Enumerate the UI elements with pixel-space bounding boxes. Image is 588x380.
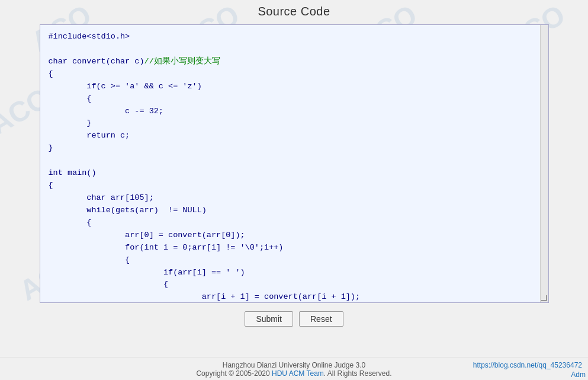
footer-hdu-link[interactable]: HDU ACM Team xyxy=(272,369,324,378)
source-code: #include<stdio.h> char convert(char c)//… xyxy=(49,31,532,302)
footer-copyright-after: . All Rights Reserved. xyxy=(324,369,392,378)
footer: Hangzhou Dianzi University Online Judge … xyxy=(0,357,588,380)
resize-icon xyxy=(541,295,547,301)
code-scroll-area[interactable]: #include<stdio.h> char convert(char c)//… xyxy=(40,25,540,302)
main-content: Source Code #include<stdio.h> char conve… xyxy=(0,0,588,344)
resize-handle[interactable] xyxy=(540,25,548,302)
submit-button[interactable]: Submit xyxy=(245,311,293,327)
footer-line2: Copyright © 2005-2020 HDU ACM Team. All … xyxy=(0,369,588,378)
code-container: #include<stdio.h> char convert(char c)//… xyxy=(40,24,549,303)
page-title: Source Code xyxy=(258,5,330,18)
button-row: Submit Reset xyxy=(245,311,343,327)
reset-button[interactable]: Reset xyxy=(299,311,343,327)
footer-adm[interactable]: Adm xyxy=(571,371,586,379)
footer-copyright-before: Copyright © 2005-2020 xyxy=(196,369,272,378)
footer-right-link[interactable]: https://blog.csdn.net/qq_45236472 xyxy=(473,361,582,369)
